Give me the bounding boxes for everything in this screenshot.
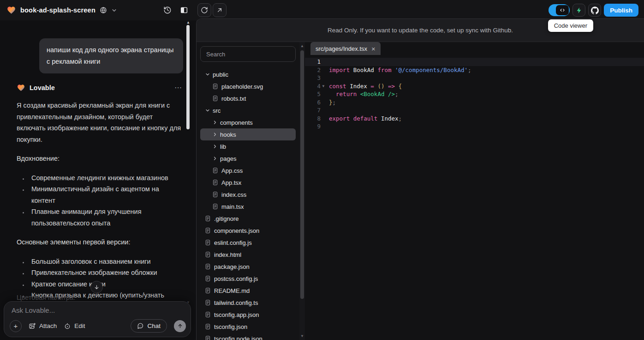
chat-scrollbar[interactable] bbox=[186, 25, 190, 129]
file-icon bbox=[205, 227, 214, 234]
tree-item-src[interactable]: src bbox=[200, 104, 296, 116]
file-icon bbox=[212, 191, 221, 198]
tree-item--gitignore[interactable]: .gitignore bbox=[200, 212, 296, 225]
tree-item-app-css[interactable]: App.css bbox=[200, 164, 296, 176]
list-item: Плавные анимации для улучшения пользоват… bbox=[29, 206, 182, 229]
file-icon bbox=[205, 239, 214, 246]
code-editor: src/pages/Index.tsx × 12import BookAd fr… bbox=[305, 42, 644, 340]
code-line-4: 4▼const Index = () => { bbox=[305, 82, 644, 91]
tree-item-readme-md[interactable]: README.md bbox=[200, 285, 296, 297]
chat-scrollbar-up-arrow[interactable]: ▲ bbox=[186, 20, 190, 24]
send-button[interactable] bbox=[174, 320, 186, 332]
tree-item-label: main.tsx bbox=[221, 203, 244, 210]
line-number: 8 bbox=[305, 115, 321, 122]
editor-tab[interactable]: src/pages/Index.tsx × bbox=[310, 42, 381, 55]
tree-item-eslint-config-js[interactable]: eslint.config.js bbox=[200, 237, 296, 249]
project-header: book-ad-splash-screen bbox=[6, 0, 117, 20]
elements-heading: Основные элементы первой версии: bbox=[17, 237, 182, 248]
tree-item-label: pages bbox=[220, 155, 236, 162]
tree-item-components-json[interactable]: components.json bbox=[200, 225, 296, 237]
chevron-down-icon bbox=[205, 72, 213, 77]
add-button[interactable]: + bbox=[10, 320, 22, 332]
sidebar-toggle-button[interactable] bbox=[177, 3, 191, 17]
tree-item-label: index.html bbox=[214, 251, 241, 258]
tree-item-public[interactable]: public bbox=[200, 68, 296, 80]
code-text: const Index = () => { bbox=[326, 83, 402, 90]
tree-scrollbar-thumb[interactable] bbox=[300, 50, 304, 299]
prompt-card: + Attach Edit Chat bbox=[4, 301, 191, 337]
tree-item-placeholder-svg[interactable]: placeholder.svg bbox=[200, 80, 296, 92]
chat-panel: напиши код для одного экрана страницы с … bbox=[0, 20, 196, 340]
open-in-new-button[interactable] bbox=[213, 3, 227, 17]
file-tree: publicplaceholder.svgrobots.txtsrccompon… bbox=[200, 68, 296, 340]
assistant-intro: Я создам красивый рекламный экран для кн… bbox=[17, 100, 182, 145]
attach-button[interactable]: Attach bbox=[29, 322, 57, 330]
file-icon bbox=[205, 335, 214, 340]
chevron-down-icon[interactable] bbox=[111, 7, 117, 13]
file-tree-scrollbar[interactable]: ▲ ▼ bbox=[299, 42, 305, 340]
tree-item-pages[interactable]: pages bbox=[200, 152, 296, 164]
list-item: Краткое описание книги bbox=[29, 279, 182, 290]
file-icon bbox=[205, 251, 214, 258]
tree-item-lib[interactable]: lib bbox=[200, 140, 296, 152]
file-icon bbox=[212, 95, 221, 102]
supabase-bolt-button[interactable] bbox=[572, 4, 585, 17]
tree-item-postcss-config-js[interactable]: postcss.config.js bbox=[200, 273, 296, 285]
history-button[interactable] bbox=[161, 3, 174, 17]
code-line-1: 1 bbox=[305, 58, 644, 66]
scroll-to-bottom-button[interactable] bbox=[90, 281, 103, 293]
chevron-right-icon bbox=[212, 156, 220, 161]
file-icon bbox=[205, 275, 214, 282]
file-icon bbox=[205, 263, 214, 270]
code-line-6: 6}; bbox=[305, 98, 644, 107]
list-item: Минималистичный дизайн с акцентом на кон… bbox=[29, 183, 182, 206]
tree-item-label: index.css bbox=[221, 191, 246, 198]
tree-item-tsconfig-app-json[interactable]: tsconfig.app.json bbox=[200, 309, 296, 321]
tree-item-tsconfig-node-json[interactable]: tsconfig.node.json bbox=[200, 333, 296, 340]
tree-item-label: hooks bbox=[220, 131, 236, 138]
code-viewer-toggle[interactable] bbox=[549, 4, 570, 16]
close-icon[interactable]: × bbox=[371, 45, 376, 52]
file-search-input[interactable] bbox=[200, 46, 296, 62]
top-bar: book-ad-splash-screen bbox=[0, 0, 644, 20]
topbar-right: Publish bbox=[549, 4, 638, 17]
tree-item-hooks[interactable]: hooks bbox=[200, 128, 296, 140]
globe-icon[interactable] bbox=[100, 6, 107, 14]
code-icon bbox=[556, 5, 569, 15]
tree-scrollbar-down-arrow[interactable]: ▼ bbox=[299, 334, 305, 338]
github-button[interactable] bbox=[588, 4, 601, 17]
inspiration-list: Современные лендинги книжных магазиновМи… bbox=[17, 172, 182, 229]
ask-lovable-input[interactable] bbox=[12, 306, 182, 314]
line-number: 2 bbox=[305, 67, 321, 73]
line-number: 7 bbox=[305, 107, 321, 114]
refresh-button[interactable] bbox=[197, 3, 211, 17]
inspiration-list-wrap: Современные лендинги книжных магазиновМи… bbox=[17, 172, 182, 229]
fold-chevron-icon[interactable]: ▼ bbox=[321, 84, 326, 88]
tree-item-index-css[interactable]: index.css bbox=[200, 188, 296, 200]
tree-item-label: .gitignore bbox=[214, 215, 239, 222]
image-plus-icon bbox=[29, 322, 36, 330]
publish-button[interactable]: Publish bbox=[604, 4, 638, 17]
line-number: 9 bbox=[305, 123, 321, 130]
file-icon bbox=[212, 83, 221, 90]
file-icon bbox=[205, 323, 214, 330]
tree-item-main-tsx[interactable]: main.tsx bbox=[200, 200, 296, 212]
tree-item-app-tsx[interactable]: App.tsx bbox=[200, 176, 296, 188]
more-icon[interactable]: ⋯ bbox=[174, 83, 182, 92]
chat-mode-button[interactable]: Chat bbox=[131, 319, 167, 333]
tree-scrollbar-up-arrow[interactable]: ▲ bbox=[299, 44, 305, 48]
prompt-toolbar: + Attach Edit Chat bbox=[10, 319, 186, 333]
tree-item-robots-txt[interactable]: robots.txt bbox=[200, 92, 296, 104]
code-line-2: 2import BookAd from '@/components/BookAd… bbox=[305, 66, 644, 74]
tree-item-package-json[interactable]: package.json bbox=[200, 261, 296, 273]
file-icon bbox=[205, 299, 214, 306]
code-content: 12import BookAd from '@/components/BookA… bbox=[305, 55, 644, 131]
tree-item-tsconfig-json[interactable]: tsconfig.json bbox=[200, 321, 296, 333]
preview-controls bbox=[197, 3, 227, 17]
tree-item-components[interactable]: components bbox=[200, 116, 296, 128]
edit-label: Edit bbox=[74, 322, 85, 329]
edit-button[interactable]: Edit bbox=[64, 322, 85, 330]
code-viewer-tooltip: Code viewer bbox=[548, 19, 593, 32]
tree-item-tailwind-config-ts[interactable]: tailwind.config.ts bbox=[200, 297, 296, 309]
tree-item-index-html[interactable]: index.html bbox=[200, 249, 296, 261]
